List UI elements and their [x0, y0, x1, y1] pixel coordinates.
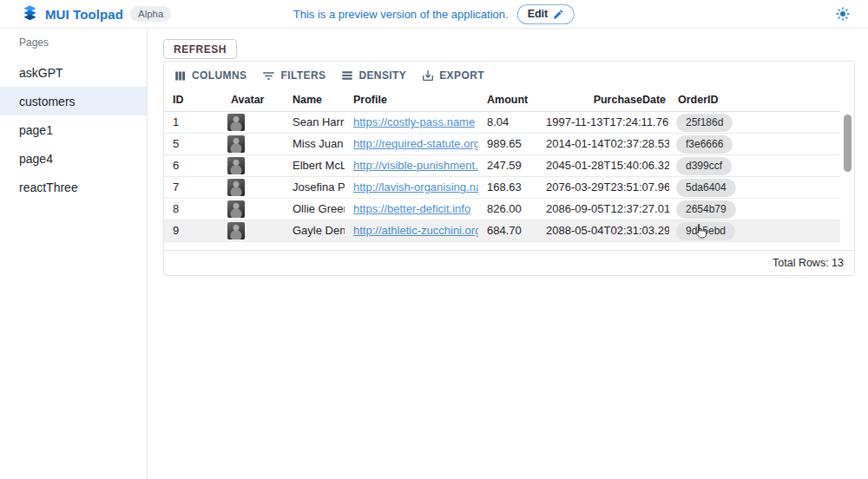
cell-purchase-date: 1997-11-13T17:24:11.769Z	[546, 112, 669, 133]
cell-purchase-date: 2045-01-28T15:40:06.325Z	[546, 155, 669, 176]
grid-header-row: IDAvatarNameProfileAmountPurchaseDateOrd…	[164, 88, 840, 112]
cell-id: 7	[164, 177, 222, 198]
column-header-PurchaseDate[interactable]: PurchaseDate	[546, 88, 669, 111]
sidebar-item-label: askGPT	[19, 66, 63, 80]
sidebar-item-page1[interactable]: page1	[0, 115, 147, 144]
refresh-button[interactable]: REFRESH	[163, 39, 237, 59]
column-header-ID[interactable]: ID	[164, 88, 222, 111]
grid-toolbar-export-button[interactable]: EXPORT	[421, 69, 484, 82]
sidebar-item-label: page4	[19, 152, 53, 166]
table-row[interactable]: 1Sean Harrishttps://costly-pass.name8.04…	[164, 112, 840, 134]
sidebar-item-label: customers	[19, 95, 76, 108]
cell-amount: 684.70	[478, 220, 546, 241]
cell-id: 5	[164, 134, 222, 154]
scrollbar-thumb[interactable]	[844, 115, 852, 172]
cell-purchase-date: 2014-01-14T02:37:28.536Z	[546, 134, 669, 154]
table-row[interactable]: 5Miss Juan …http://required-statute.org9…	[164, 134, 840, 155]
cell-avatar	[222, 155, 284, 176]
grid-toolbar-columns-button[interactable]: COLUMNS	[173, 69, 247, 83]
cell-order-id: 25f186d	[669, 112, 840, 133]
order-id-chip[interactable]: f3e6666	[676, 135, 733, 154]
cell-order-id: 2654b79	[669, 199, 840, 220]
toolbar-button-label: EXPORT	[439, 69, 484, 82]
grid-toolbar: COLUMNSFILTERSDENSITYEXPORT	[164, 62, 854, 88]
version-badge: Alpha	[130, 6, 171, 22]
column-header-OrderID[interactable]: OrderID	[669, 88, 840, 111]
column-header-Profile[interactable]: Profile	[345, 88, 478, 111]
order-id-chip[interactable]: 25f186d	[676, 114, 733, 132]
cell-amount: 826.00	[478, 199, 546, 220]
order-id-chip[interactable]: 5da6404	[676, 179, 736, 197]
edit-button-label: Edit	[528, 8, 549, 20]
theme-toggle-button[interactable]	[835, 6, 851, 22]
app-header: MUI Toolpad Alpha This is a preview vers…	[0, 0, 868, 29]
sidebar: Pages askGPTcustomerspage1page4reactThre…	[0, 30, 148, 479]
sidebar-item-reactThree[interactable]: reactThree	[0, 173, 147, 201]
table-row[interactable]: 8Ollie Green…https://better-deficit.info…	[164, 199, 840, 220]
cell-name: Gayle Den…	[284, 220, 345, 241]
vertical-scrollbar[interactable]	[844, 115, 852, 305]
cell-purchase-date: 2088-05-04T02:31:03.294Z	[546, 220, 669, 241]
toolpad-logo-icon	[22, 4, 38, 24]
grid-toolbar-filters-button[interactable]: FILTERS	[261, 69, 326, 83]
filter-list-icon	[261, 69, 276, 83]
avatar-image	[227, 222, 245, 240]
cell-profile: https://costly-pass.name	[345, 112, 478, 133]
total-rows-label: Total Rows: 13	[773, 257, 844, 269]
cell-avatar	[222, 112, 284, 133]
pencil-icon	[553, 9, 564, 20]
preview-text: This is a preview version of the applica…	[293, 8, 509, 21]
table-row[interactable]: 7Josefina P…http://lavish-organising.nam…	[164, 177, 840, 199]
sidebar-item-askGPT[interactable]: askGPT	[0, 58, 147, 87]
order-id-chip[interactable]: 2654b79	[676, 200, 736, 219]
grid-rows: 1Sean Harrishttps://costly-pass.name8.04…	[164, 112, 840, 242]
sidebar-item-customers[interactable]: customers	[0, 87, 147, 115]
profile-link[interactable]: http://required-statute.org	[353, 137, 478, 150]
cell-avatar	[222, 134, 284, 154]
cell-profile: https://better-deficit.info	[345, 199, 478, 220]
avatar-image	[227, 114, 245, 131]
profile-link[interactable]: http://visible-punishment.net	[353, 159, 478, 172]
app-title: MUI Toolpad	[45, 7, 123, 22]
cell-id: 1	[164, 112, 222, 133]
grid-toolbar-density-button[interactable]: DENSITY	[340, 69, 406, 82]
profile-link[interactable]: https://costly-pass.name	[353, 115, 475, 128]
download-icon	[421, 69, 435, 82]
profile-link[interactable]: http://lavish-organising.name	[353, 180, 478, 194]
cell-name: Sean Harris	[284, 112, 345, 133]
cell-order-id: d399ccf	[669, 155, 840, 176]
sidebar-item-label: page1	[19, 123, 53, 137]
table-row[interactable]: 9Gayle Den…http://athletic-zucchini.org6…	[164, 220, 840, 242]
cell-id: 9	[164, 220, 222, 241]
cell-amount: 8.04	[478, 112, 546, 133]
cell-amount: 168.63	[478, 177, 546, 198]
header-actions	[835, 6, 851, 22]
avatar-image	[227, 200, 245, 218]
cell-purchase-date: 2086-09-05T12:37:27.015Z	[546, 199, 669, 220]
cell-profile: http://athletic-zucchini.org	[345, 220, 478, 241]
grid-footer: Total Rows: 13	[164, 250, 854, 274]
cell-id: 8	[164, 199, 222, 220]
cell-amount: 247.59	[478, 155, 546, 176]
table-row[interactable]: 6Elbert McL…http://visible-punishment.ne…	[164, 155, 840, 177]
order-id-chip[interactable]: d399ccf	[676, 157, 732, 175]
profile-link[interactable]: http://athletic-zucchini.org	[353, 224, 478, 237]
column-header-Name[interactable]: Name	[284, 88, 345, 111]
toolbar-button-label: DENSITY	[358, 69, 406, 82]
cell-order-id: 9dc5ebd	[669, 220, 840, 241]
preview-banner: This is a preview version of the applica…	[293, 4, 575, 24]
edit-button[interactable]: Edit	[517, 4, 575, 24]
sidebar-item-label: reactThree	[19, 180, 78, 194]
view-columns-icon	[173, 69, 187, 83]
cell-profile: http://lavish-organising.name	[345, 177, 478, 198]
avatar-image	[227, 157, 245, 174]
cell-amount: 989.65	[478, 134, 546, 154]
order-id-chip[interactable]: 9dc5ebd	[676, 222, 735, 240]
cell-name: Ollie Green…	[284, 199, 345, 220]
column-header-Amount[interactable]: Amount	[478, 88, 546, 111]
grid-spacer	[164, 242, 854, 250]
sidebar-item-page4[interactable]: page4	[0, 144, 147, 173]
column-header-Avatar[interactable]: Avatar	[222, 88, 284, 111]
cell-name: Miss Juan …	[284, 134, 345, 154]
profile-link[interactable]: https://better-deficit.info	[353, 202, 470, 215]
